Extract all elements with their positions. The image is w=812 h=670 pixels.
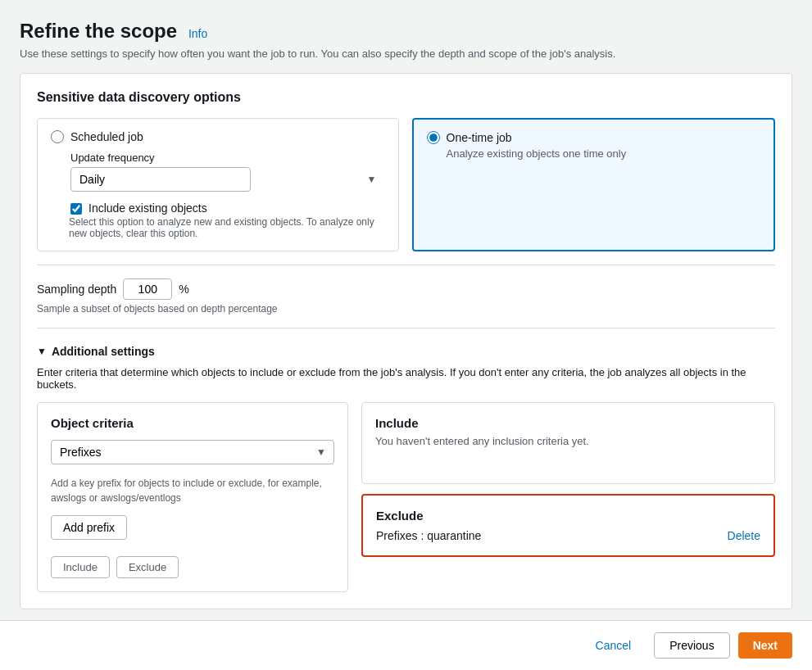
exclude-panel-title: Exclude xyxy=(376,509,760,523)
prefixes-select-wrapper: Prefixes Tags ▼ xyxy=(51,440,334,464)
scheduled-job-label[interactable]: Scheduled job xyxy=(51,130,385,143)
frequency-select-wrapper: Daily Weekly Monthly ▼ xyxy=(70,167,385,192)
delete-link[interactable]: Delete xyxy=(728,529,760,542)
include-existing-checkbox[interactable] xyxy=(70,203,82,215)
criteria-layout: Object criteria Prefixes Tags ▼ Add a ke… xyxy=(37,402,775,592)
sensitive-data-section-title: Sensitive data discovery options xyxy=(37,90,775,105)
include-empty-text: You haven't entered any inclusion criter… xyxy=(375,435,761,447)
page-description: Use these settings to specify how often … xyxy=(20,48,792,60)
add-prefix-button[interactable]: Add prefix xyxy=(51,515,127,540)
divider-2 xyxy=(37,328,775,328)
object-criteria-title: Object criteria xyxy=(51,416,334,430)
one-time-job-option[interactable]: One-time job Analyze existing objects on… xyxy=(412,118,776,251)
criteria-description: Enter criteria that determine which obje… xyxy=(37,366,775,391)
one-time-job-desc: Analyze existing objects one time only xyxy=(447,147,761,160)
divider-1 xyxy=(37,265,775,265)
include-existing-desc: Select this option to analyze new and ex… xyxy=(69,216,385,239)
sampling-hint: Sample a subset of objects based on dept… xyxy=(37,303,775,315)
sampling-label: Sampling depth xyxy=(37,283,116,296)
toggle-arrow-icon: ▼ xyxy=(37,346,47,357)
one-time-job-radio[interactable] xyxy=(427,131,440,144)
one-time-job-label[interactable]: One-time job xyxy=(427,131,761,144)
scheduled-job-radio[interactable] xyxy=(51,130,64,143)
exclude-item-row: Prefixes : quarantine Delete xyxy=(376,529,760,542)
scheduled-job-text: Scheduled job xyxy=(70,130,143,143)
frequency-select[interactable]: Daily Weekly Monthly xyxy=(70,167,251,192)
info-link[interactable]: Info xyxy=(188,27,207,40)
prefixes-select[interactable]: Prefixes Tags xyxy=(51,440,334,464)
sampling-input[interactable] xyxy=(123,278,172,300)
object-criteria-panel: Object criteria Prefixes Tags ▼ Add a ke… xyxy=(37,402,348,592)
scheduled-job-option[interactable]: Scheduled job Update frequency Daily Wee… xyxy=(37,118,399,251)
footer-bar: Cancel Previous Next xyxy=(0,620,812,670)
cancel-button[interactable]: Cancel xyxy=(581,632,646,659)
next-button[interactable]: Next xyxy=(738,632,792,659)
include-panel-title: Include xyxy=(375,416,761,430)
one-time-job-text: One-time job xyxy=(447,131,512,144)
exclude-panel: Exclude Prefixes : quarantine Delete xyxy=(361,494,775,557)
frequency-label: Update frequency xyxy=(70,152,385,164)
include-existing-row: Include existing objects xyxy=(70,201,385,215)
additional-settings-toggle[interactable]: ▼ Additional settings xyxy=(37,345,775,358)
sampling-row: Sampling depth % xyxy=(37,278,775,300)
include-existing-label: Include existing objects xyxy=(88,201,207,215)
additional-settings-label: Additional settings xyxy=(52,345,155,358)
page-title: Refine the scope xyxy=(20,20,177,42)
previous-button[interactable]: Previous xyxy=(654,632,729,659)
include-exclude-tabs: Include Exclude xyxy=(51,556,334,578)
frequency-select-arrow: ▼ xyxy=(367,174,377,185)
exclude-tab-button[interactable]: Exclude xyxy=(116,556,179,578)
add-prefix-hint: Add a key prefix for objects to include … xyxy=(51,476,334,505)
include-panel: Include You haven't entered any inclusio… xyxy=(361,402,775,484)
exclude-item-text: Prefixes : quarantine xyxy=(376,529,481,542)
right-panels: Include You haven't entered any inclusio… xyxy=(361,402,775,592)
main-card: Sensitive data discovery options Schedul… xyxy=(20,73,792,609)
sampling-unit: % xyxy=(179,283,188,296)
job-options-row: Scheduled job Update frequency Daily Wee… xyxy=(37,118,775,251)
include-tab-button[interactable]: Include xyxy=(51,556,110,578)
